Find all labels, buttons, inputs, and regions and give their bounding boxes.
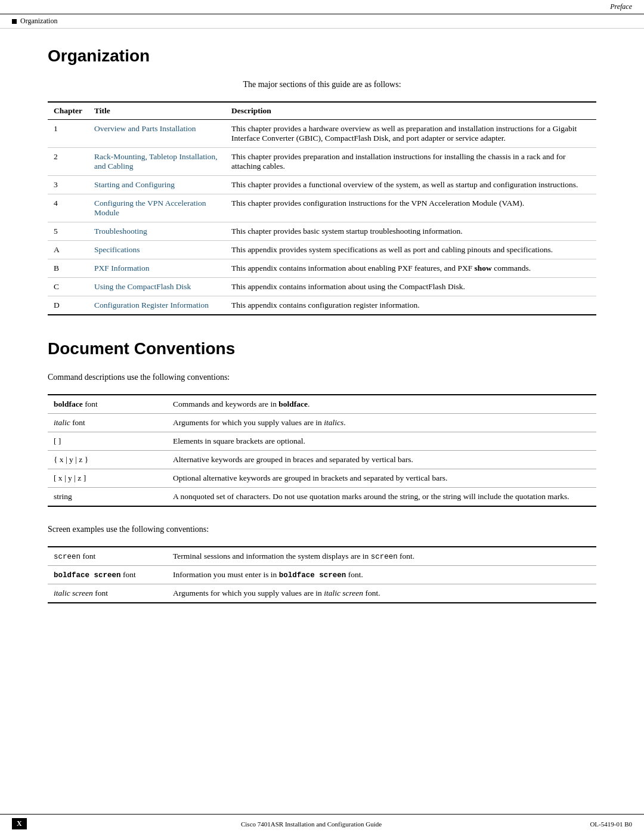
cell-chapter: 2 [48,148,88,176]
cell-title[interactable]: Rack-Mounting, Tabletop Installation, an… [88,148,225,176]
cell-description: Alternative keywords are grouped in brac… [167,451,596,469]
cell-description: Optional alternative keywords are groupe… [167,469,596,488]
list-item: italic screen fontArguments for which yo… [48,584,596,603]
cell-convention: string [48,488,167,507]
table-row: BPXF InformationThis appendix contains i… [48,259,596,278]
footer-left: X [12,818,33,829]
cell-description: This chapter provides a hardware overvie… [225,120,596,148]
cell-convention: italic screen font [48,584,167,603]
footer: X Cisco 7401ASR Installation and Configu… [0,814,644,833]
cell-title[interactable]: Overview and Parts Installation [88,120,225,148]
document-conventions-title: Document Conventions [48,339,596,358]
cell-description: A nonquoted set of characters. Do not us… [167,488,596,507]
cell-convention: boldface screen font [48,566,167,584]
screen-examples-intro: Screen examples use the following conven… [48,525,596,534]
cell-description: Information you must enter is in boldfac… [167,566,596,584]
footer-doc-number: OL-5419-01 B0 [590,820,632,828]
cell-chapter: D [48,296,88,315]
cell-title[interactable]: Using the CompactFlash Disk [88,278,225,296]
cell-description: Commands and keywords are in boldface. [167,395,596,414]
organization-intro: The major sections of this guide are as … [48,80,596,89]
table-row: 5TroubleshootingThis chapter provides ba… [48,222,596,241]
cell-title[interactable]: PXF Information [88,259,225,278]
cell-convention: [ x | y | z ] [48,469,167,488]
doc-conv-intro: Command descriptions use the following c… [48,373,596,382]
cell-title[interactable]: Configuring the VPN Acceleration Module [88,194,225,222]
cell-title[interactable]: Configuration Register Information [88,296,225,315]
col-header-description: Description [225,102,596,120]
col-header-chapter: Chapter [48,102,88,120]
main-content: Organization The major sections of this … [0,29,644,669]
preface-label: Preface [610,2,632,11]
cell-description: This appendix contains information about… [225,278,596,296]
organization-table: Chapter Title Description 1Overview and … [48,101,596,315]
cell-description: Elements in square brackets are optional… [167,432,596,451]
cell-chapter: 3 [48,176,88,194]
organization-title: Organization [48,47,596,66]
footer-guide-title: Cisco 7401ASR Installation and Configura… [241,820,382,828]
cell-chapter: B [48,259,88,278]
list-item: { x | y | z }Alternative keywords are gr… [48,451,596,469]
cell-description: Arguments for which you supply values ar… [167,584,596,603]
list-item: screen fontTerminal sessions and informa… [48,547,596,566]
cell-description: This chapter provides configuration inst… [225,194,596,222]
cell-convention: italic font [48,414,167,432]
list-item: [ x | y | z ]Optional alternative keywor… [48,469,596,488]
cell-description: This chapter provides preparation and in… [225,148,596,176]
table-row: 1Overview and Parts InstallationThis cha… [48,120,596,148]
table-row: 3Starting and ConfiguringThis chapter pr… [48,176,596,194]
footer-x-box: X [12,818,27,829]
cell-description: This chapter provides basic system start… [225,222,596,241]
cell-title[interactable]: Starting and Configuring [88,176,225,194]
footer-center: Cisco 7401ASR Installation and Configura… [241,820,382,828]
breadcrumb: Organization [20,17,57,26]
cell-description: This appendix contains information about… [225,259,596,278]
cell-convention: [ ] [48,432,167,451]
screen-conventions-table: screen fontTerminal sessions and informa… [48,546,596,603]
cell-chapter: 4 [48,194,88,222]
breadcrumb-bullet [12,19,17,24]
cell-description: This chapter provides a functional overv… [225,176,596,194]
table-row: 2Rack-Mounting, Tabletop Installation, a… [48,148,596,176]
table-row: DConfiguration Register InformationThis … [48,296,596,315]
cell-description: This appendix provides system specificat… [225,241,596,259]
cell-convention: boldface font [48,395,167,414]
cell-chapter: 1 [48,120,88,148]
cell-description: This appendix contains configuration reg… [225,296,596,315]
list-item: italic fontArguments for which you suppl… [48,414,596,432]
list-item: boldface fontCommands and keywords are i… [48,395,596,414]
footer-right: OL-5419-01 B0 [590,820,632,828]
cell-chapter: 5 [48,222,88,241]
top-header: Preface [0,0,644,14]
cell-chapter: C [48,278,88,296]
list-item: boldface screen fontInformation you must… [48,566,596,584]
cell-description: Arguments for which you supply values ar… [167,414,596,432]
table-row: ASpecificationsThis appendix provides sy… [48,241,596,259]
cell-chapter: A [48,241,88,259]
cell-title[interactable]: Specifications [88,241,225,259]
cell-description: Terminal sessions and information the sy… [167,547,596,566]
cell-convention: { x | y | z } [48,451,167,469]
cell-title[interactable]: Troubleshooting [88,222,225,241]
list-item: stringA nonquoted set of characters. Do … [48,488,596,507]
sub-header: Organization [0,14,644,29]
table-row: CUsing the CompactFlash DiskThis appendi… [48,278,596,296]
table-row: 4Configuring the VPN Acceleration Module… [48,194,596,222]
cell-convention: screen font [48,547,167,566]
col-header-title: Title [88,102,225,120]
list-item: [ ]Elements in square brackets are optio… [48,432,596,451]
table-header-row: Chapter Title Description [48,102,596,120]
command-conventions-table: boldface fontCommands and keywords are i… [48,394,596,507]
